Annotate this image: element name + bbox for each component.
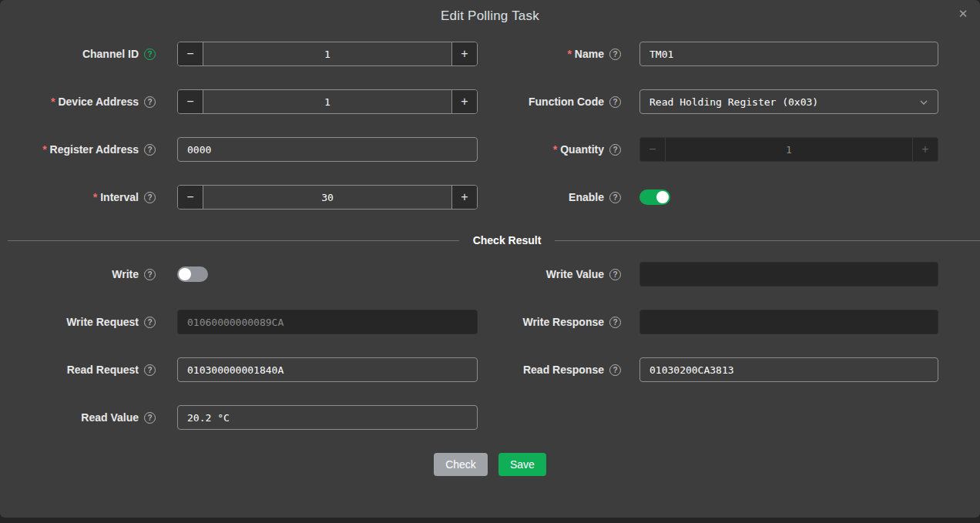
- stepper-value[interactable]: 30: [203, 186, 451, 209]
- help-icon[interactable]: ?: [609, 269, 621, 280]
- stepper-value[interactable]: 1: [203, 90, 451, 113]
- help-icon[interactable]: ?: [609, 144, 621, 156]
- label-text: Write: [112, 268, 139, 280]
- stepper-value[interactable]: 1: [203, 42, 451, 65]
- help-icon[interactable]: ?: [609, 364, 621, 376]
- decrement-button: −: [640, 138, 666, 161]
- name-input[interactable]: [639, 42, 938, 66]
- write-value-input: [639, 262, 938, 287]
- field-register-address: * Register Address ?: [31, 137, 478, 162]
- required-marker: *: [553, 143, 557, 156]
- stepper-value: 1: [666, 138, 912, 161]
- enable-toggle[interactable]: [639, 189, 670, 205]
- dialog-actions: Check Save: [0, 453, 980, 476]
- help-icon[interactable]: ?: [144, 364, 156, 376]
- close-icon[interactable]: ✕: [955, 6, 971, 22]
- read-response-label: Read Response ?: [493, 364, 621, 376]
- decrement-button[interactable]: −: [178, 186, 203, 209]
- field-device-address: * Device Address ? − 1 +: [31, 89, 478, 114]
- label-text: Write Response: [522, 316, 604, 328]
- field-write-request: Write Request ?: [31, 310, 478, 334]
- device-address-label: * Device Address ?: [31, 96, 156, 108]
- edit-polling-task-dialog: Edit Polling Task ✕ Channel ID ? − 1 + *…: [0, 0, 980, 518]
- field-read-response: Read Response ?: [493, 357, 938, 382]
- divider-line: [8, 240, 459, 241]
- device-address-stepper: − 1 +: [177, 89, 478, 114]
- label-text: Channel ID: [82, 48, 139, 60]
- register-address-input[interactable]: [177, 137, 478, 162]
- label-text: Read Value: [81, 411, 139, 424]
- required-marker: *: [42, 143, 46, 156]
- register-address-label: * Register Address ?: [31, 143, 156, 156]
- help-icon[interactable]: ?: [609, 317, 621, 328]
- channel-id-stepper: − 1 +: [177, 42, 478, 66]
- field-enable: Enable ?: [493, 185, 938, 210]
- read-value-input[interactable]: [177, 405, 478, 430]
- field-interval: * Interval ? − 30 +: [31, 185, 478, 210]
- help-icon[interactable]: ?: [144, 192, 156, 203]
- help-icon[interactable]: ?: [609, 49, 621, 60]
- selected-option: Read Holding Register (0x03): [649, 96, 818, 108]
- label-text: Name: [575, 48, 604, 60]
- write-request-label: Write Request ?: [31, 316, 156, 328]
- label-text: Quantity: [560, 143, 604, 156]
- check-button[interactable]: Check: [434, 453, 488, 476]
- quantity-stepper: − 1 +: [639, 137, 938, 162]
- dialog-title: Edit Polling Task: [0, 0, 980, 24]
- channel-id-label: Channel ID ?: [31, 48, 156, 60]
- read-value-label: Read Value ?: [31, 411, 156, 424]
- function-code-label: Function Code ?: [493, 96, 621, 108]
- quantity-label: * Quantity ?: [493, 143, 621, 156]
- help-icon[interactable]: ?: [144, 317, 156, 328]
- help-icon[interactable]: ?: [609, 192, 621, 203]
- read-request-label: Read Request ?: [31, 364, 156, 376]
- field-function-code: Function Code ? Read Holding Register (0…: [493, 89, 938, 114]
- increment-button: +: [912, 138, 938, 161]
- help-icon[interactable]: ?: [144, 96, 156, 108]
- save-button[interactable]: Save: [498, 453, 546, 476]
- read-response-input[interactable]: [639, 357, 938, 382]
- help-icon[interactable]: ?: [144, 49, 156, 60]
- write-request-input: [177, 310, 478, 334]
- help-icon[interactable]: ?: [144, 412, 156, 424]
- write-value-label: Write Value ?: [493, 268, 621, 280]
- check-result-divider: Check Result: [8, 233, 980, 248]
- label-text: Interval: [100, 191, 139, 203]
- write-toggle-wrap: [177, 267, 478, 282]
- help-icon[interactable]: ?: [144, 269, 156, 280]
- help-icon[interactable]: ?: [609, 96, 621, 108]
- form-row: Read Request ? Read Response ?: [31, 357, 980, 382]
- write-response-input: [639, 310, 938, 334]
- help-icon[interactable]: ?: [144, 144, 156, 156]
- decrement-button[interactable]: −: [178, 90, 203, 113]
- label-text: Read Request: [67, 364, 139, 376]
- form-row: * Register Address ? * Quantity ? − 1 +: [31, 137, 980, 162]
- field-quantity: * Quantity ? − 1 +: [493, 137, 938, 162]
- enable-label: Enable ?: [493, 191, 621, 203]
- required-marker: *: [51, 96, 55, 108]
- write-toggle[interactable]: [177, 267, 208, 282]
- field-write-value: Write Value ?: [493, 262, 938, 287]
- field-name: * Name ?: [493, 42, 938, 66]
- decrement-button[interactable]: −: [178, 42, 203, 65]
- increment-button[interactable]: +: [451, 186, 477, 209]
- form-row: * Interval ? − 30 + Enable ?: [31, 185, 980, 210]
- label-text: Write Value: [546, 268, 604, 280]
- enable-toggle-wrap: [639, 189, 938, 205]
- form-row: * Device Address ? − 1 + Function Code ?…: [31, 89, 980, 114]
- interval-label: * Interval ?: [31, 191, 156, 203]
- field-channel-id: Channel ID ? − 1 +: [31, 42, 478, 66]
- read-request-input[interactable]: [177, 357, 478, 382]
- toggle-knob: [656, 191, 669, 203]
- increment-button[interactable]: +: [451, 90, 477, 113]
- increment-button[interactable]: +: [451, 42, 477, 65]
- form-row: Write ? Write Value ?: [31, 262, 980, 287]
- label-text: Read Response: [523, 364, 604, 376]
- function-code-select[interactable]: Read Holding Register (0x03): [639, 89, 938, 114]
- write-response-label: Write Response ?: [493, 316, 621, 328]
- form-row: Write Request ? Write Response ?: [31, 310, 980, 334]
- label-text: Write Request: [66, 316, 139, 328]
- interval-stepper: − 30 +: [177, 185, 478, 210]
- divider-line: [555, 240, 980, 241]
- chevron-down-icon: [919, 98, 928, 107]
